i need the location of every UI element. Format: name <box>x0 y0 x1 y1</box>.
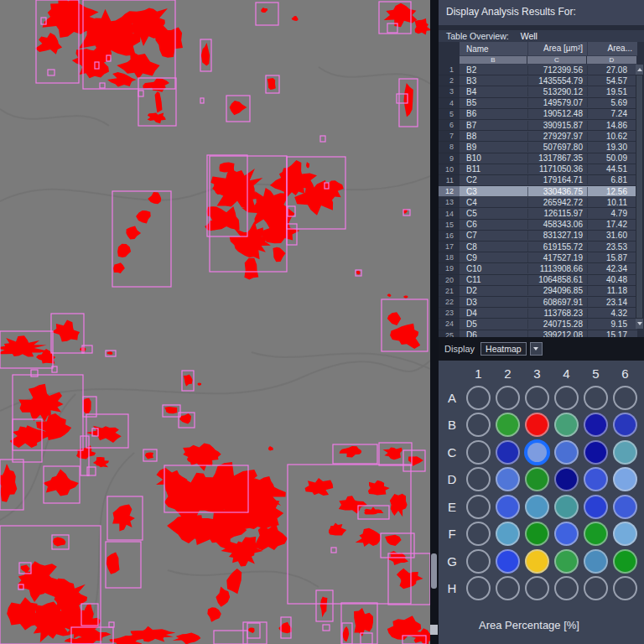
column-header-area[interactable]: Area [µm²] <box>527 42 587 55</box>
well-C1[interactable] <box>466 440 491 465</box>
table-row[interactable]: 23D4113768.234.32 <box>439 308 637 319</box>
well-H1[interactable] <box>466 576 491 600</box>
table-row[interactable]: 25D6399212.0815.17 <box>439 330 637 338</box>
table-row[interactable]: 6B7390915.8714.86 <box>439 120 637 131</box>
table-overview-bar: Table Overview: Well <box>439 30 644 42</box>
well-F6[interactable] <box>613 522 637 546</box>
table-row[interactable]: 13C4265942.7210.11 <box>439 197 637 208</box>
microscopy-image-view[interactable] <box>0 0 430 644</box>
table-scrollbar[interactable] <box>636 65 643 329</box>
table-row[interactable]: 5B6190512.487.24 <box>439 109 637 120</box>
table-row[interactable]: 20C111064858.6140.48 <box>439 275 637 286</box>
table-row[interactable]: 4B5149579.075.69 <box>439 98 637 109</box>
table-row[interactable]: 15C6458343.0617.42 <box>439 220 637 231</box>
column-letter-c[interactable]: C <box>527 56 587 64</box>
table-row[interactable]: 18C9417527.1915.87 <box>439 252 637 263</box>
well-D4[interactable] <box>554 467 579 491</box>
well-F2[interactable] <box>496 522 520 546</box>
well-H5[interactable] <box>584 576 608 600</box>
table-cell: 265942.72 <box>527 198 587 207</box>
scroll-down-button[interactable] <box>636 319 643 329</box>
well-E1[interactable] <box>466 495 491 519</box>
well-H3[interactable] <box>525 576 549 600</box>
well-G6[interactable] <box>613 549 637 574</box>
well-C5[interactable] <box>584 440 608 465</box>
well-B2[interactable] <box>496 413 520 437</box>
row-number: 19 <box>439 264 460 273</box>
well-cell <box>522 412 552 439</box>
table-cell: 7.24 <box>587 109 637 118</box>
column-letter-b[interactable]: B <box>460 56 527 64</box>
well-G3[interactable] <box>525 549 549 574</box>
well-D1[interactable] <box>466 467 491 491</box>
well-B5[interactable] <box>584 413 608 437</box>
image-scrollbar-thumb[interactable] <box>431 553 437 589</box>
well-B6[interactable] <box>613 413 637 437</box>
well-A1[interactable] <box>466 386 491 410</box>
well-B3[interactable] <box>525 413 549 437</box>
well-F4[interactable] <box>554 522 579 546</box>
well-cell <box>464 493 493 521</box>
column-header-area-percent[interactable]: Area... <box>587 42 637 55</box>
well-C2[interactable] <box>496 440 520 465</box>
well-A5[interactable] <box>584 386 608 410</box>
well-F3[interactable] <box>525 522 549 546</box>
well-G5[interactable] <box>584 549 608 574</box>
well-D2[interactable] <box>496 467 520 491</box>
table-row[interactable]: 12C3330436.7512.56 <box>439 186 637 197</box>
table-row[interactable]: 7B8279297.9710.62 <box>439 131 637 142</box>
well-E2[interactable] <box>496 495 520 519</box>
scrollbar-thumb[interactable] <box>636 75 642 318</box>
well-H6[interactable] <box>613 576 637 600</box>
table-row[interactable]: 3B4513290.1219.51 <box>439 86 637 97</box>
well-E6[interactable] <box>613 495 637 519</box>
well-G2[interactable] <box>496 549 520 574</box>
well-F5[interactable] <box>584 522 608 546</box>
well-G4[interactable] <box>554 549 579 574</box>
dropdown-arrow-button[interactable] <box>530 342 543 356</box>
well-D5[interactable] <box>584 467 608 491</box>
table-row[interactable]: 8B9507697.8019.30 <box>439 142 637 153</box>
table-row[interactable]: 11C2179164.716.81 <box>439 175 637 186</box>
well-A6[interactable] <box>613 386 637 410</box>
tab-well[interactable]: Well <box>521 30 538 42</box>
well-D6[interactable] <box>613 467 637 491</box>
table-row[interactable]: 9B101317867.3550.09 <box>439 153 637 164</box>
well-D3[interactable] <box>525 467 549 491</box>
column-header-name[interactable]: Name <box>460 44 527 54</box>
well-cell <box>493 466 522 494</box>
well-C3[interactable] <box>524 439 550 465</box>
table-row[interactable]: 24D5240715.289.15 <box>439 319 637 330</box>
table-row[interactable]: 2B31435554.7954.57 <box>439 75 637 86</box>
display-mode-dropdown[interactable]: Heatmap <box>480 342 527 356</box>
image-background <box>0 0 430 644</box>
well-B4[interactable] <box>554 413 579 437</box>
image-scrollbar-corner[interactable] <box>430 625 438 635</box>
plate-row-label: E <box>440 493 464 521</box>
well-A3[interactable] <box>525 386 549 410</box>
well-E5[interactable] <box>584 495 608 519</box>
table-row[interactable]: 14C5126115.974.79 <box>439 208 637 219</box>
scroll-up-button[interactable] <box>636 65 643 75</box>
table-row[interactable]: 17C8619155.7223.53 <box>439 242 637 252</box>
table-row[interactable]: 10B111171050.3644.51 <box>439 164 637 175</box>
well-C6[interactable] <box>613 440 637 465</box>
well-A2[interactable] <box>496 386 520 410</box>
column-letter-d[interactable]: D <box>587 56 637 64</box>
well-cell <box>581 521 610 548</box>
well-B1[interactable] <box>466 413 491 437</box>
row-number: 25 <box>439 331 460 337</box>
well-E4[interactable] <box>554 495 579 519</box>
well-E3[interactable] <box>525 495 549 519</box>
table-row[interactable]: 21D2294096.8511.18 <box>439 286 637 297</box>
well-G1[interactable] <box>466 549 491 574</box>
well-H2[interactable] <box>496 576 520 600</box>
table-row[interactable]: 19C101113908.6642.34 <box>439 263 637 274</box>
table-row[interactable]: 16C7831327.1931.60 <box>439 231 637 242</box>
table-row[interactable]: 22D3608697.9123.14 <box>439 297 637 308</box>
well-C4[interactable] <box>554 440 579 465</box>
table-row[interactable]: 1B2712399.5627.08 <box>439 65 637 75</box>
well-A4[interactable] <box>554 386 579 410</box>
well-H4[interactable] <box>554 576 579 600</box>
well-F1[interactable] <box>466 522 491 546</box>
